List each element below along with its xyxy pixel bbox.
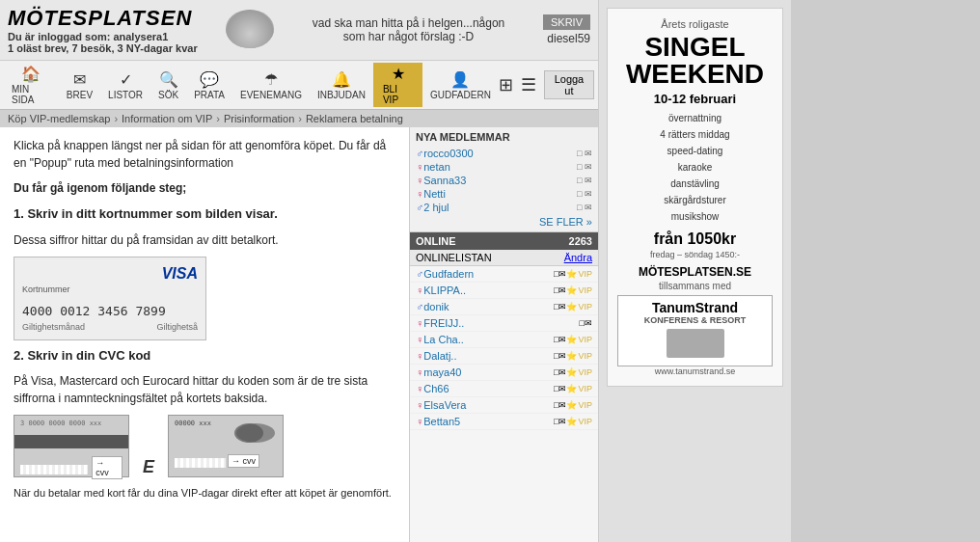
- member-row: ♀ Netti □ ✉: [416, 187, 592, 201]
- online-row: ♀ Bettan5 □✉⭐VIP: [410, 414, 598, 430]
- member-name-1[interactable]: rocco0300: [423, 148, 577, 159]
- gender-icon-f: ♀: [416, 188, 423, 200]
- ad-features: övernattning 4 rätters middag speed-dati…: [617, 110, 773, 225]
- nav-listor[interactable]: ✓ LISTOR: [100, 68, 150, 102]
- ad-logo-sub: KONFERENS & RESORT: [626, 315, 764, 325]
- ad-main-line1: SINGEL WEEKEND: [617, 34, 773, 88]
- header-message-area: vad ska man hitta på i helgen...någon so…: [303, 16, 515, 43]
- home-icon: 🏠: [21, 65, 41, 83]
- mail-icon: ✉: [73, 70, 86, 89]
- online-member-ch66[interactable]: Ch66: [423, 383, 554, 394]
- online-gender-icon: ♀: [416, 285, 423, 296]
- breadcrumb-price[interactable]: Prisinformation: [224, 113, 294, 124]
- online-member-maya40[interactable]: maya40: [423, 366, 554, 378]
- online-label: ONLINE: [416, 235, 456, 247]
- header-left: MÖTESPLATSEN Du är inloggad som: analyse…: [8, 6, 198, 54]
- online-icons: □✉⭐VIP: [554, 351, 592, 361]
- member-name-4[interactable]: Netti: [423, 188, 577, 200]
- card-expiry-month: Giltighetsmånad: [22, 322, 85, 332]
- ad-logo-name: TanumStrand: [626, 300, 764, 315]
- online-member-lacha[interactable]: La Cha..: [423, 334, 554, 345]
- online-row: ♀ Ch66 □✉⭐VIP: [410, 381, 598, 397]
- nav-prata[interactable]: 💬 PRATA: [186, 68, 232, 102]
- nav-min-sida[interactable]: 🏠 MIN SIDA: [4, 63, 59, 107]
- nav-min-sida-label: MIN SIDA: [12, 84, 51, 105]
- online-member-donik[interactable]: donik: [423, 301, 554, 312]
- nav-sok[interactable]: 🔍 SÖK: [150, 68, 186, 102]
- cvv-label-2: → cvv: [228, 454, 259, 468]
- online-row: ♀ Dalatj.. □✉⭐VIP: [410, 348, 598, 365]
- nav-gudfadern-label: GUDFADERN: [430, 90, 491, 100]
- cvc-image-area: 3 0000 0000 0000 xxx → cvv E 00000 xxx →…: [14, 415, 395, 477]
- card-expiry-year: Giltighetså: [156, 322, 198, 332]
- online-member-bettan5[interactable]: Bettan5: [423, 416, 554, 427]
- step1-title: 1. Skriv in ditt kortnummer som bilden v…: [14, 204, 395, 224]
- ad-column: Årets roligaste SINGEL WEEKEND 10-12 feb…: [598, 0, 791, 542]
- online-icons: □✉⭐VIP: [554, 285, 592, 295]
- nav-bli-vip[interactable]: ★ BLI VIP: [373, 63, 422, 107]
- username: analysera1: [113, 31, 168, 42]
- see-more-link[interactable]: SE FLER »: [416, 216, 592, 228]
- online-member-dalatj[interactable]: Dalatj..: [423, 350, 554, 362]
- online-bar: ONLINE 2263: [410, 232, 598, 250]
- vip-icon: ★: [392, 65, 405, 83]
- nav-inbjudan[interactable]: 🔔 INBJUDAN: [310, 68, 373, 102]
- gender-icon-m: ♂: [416, 202, 423, 213]
- online-icons: □✉⭐VIP: [554, 302, 592, 312]
- list-view-icon[interactable]: ☰: [521, 74, 536, 95]
- member-name-5[interactable]: 2 hjul: [423, 202, 577, 213]
- member-row: ♀ Sanna33 □ ✉: [416, 174, 592, 187]
- step1-desc: Dessa siffror hittar du på framsidan av …: [14, 231, 395, 249]
- ad-partner: tillsammans med: [617, 281, 773, 291]
- online-icons: □✉⭐VIP: [554, 367, 592, 377]
- messages-status: 1 oläst brev, 7 besök, 3 NY-dagar kvar: [8, 42, 198, 54]
- member-name-2[interactable]: netan: [423, 161, 577, 173]
- header: MÖTESPLATSEN Du är inloggad som: analyse…: [0, 0, 598, 61]
- step2-title: 2. Skriv in din CVC kod: [14, 346, 395, 366]
- breadcrumb-info[interactable]: Information om VIP: [122, 113, 212, 124]
- ad-dates: 10-12 februari: [617, 92, 773, 106]
- nav-brev-label: BREV: [67, 90, 93, 100]
- online-member-freijj[interactable]: FREIJJ..: [423, 317, 579, 329]
- member-row: ♂ 2 hjul □ ✉: [416, 201, 592, 214]
- online-icons: □✉⭐VIP: [554, 400, 592, 410]
- online-gender-icon: ♀: [416, 366, 423, 378]
- breadcrumb: Köp VIP-medlemskap › Information om VIP …: [0, 110, 598, 127]
- member-name-3[interactable]: Sanna33: [423, 175, 577, 186]
- online-edit-link[interactable]: Ändra: [564, 252, 592, 263]
- nav-brev[interactable]: ✉ BREV: [59, 68, 100, 102]
- breadcrumb-reklamera[interactable]: Reklamera betalning: [306, 113, 403, 124]
- write-button[interactable]: SKRIV: [543, 14, 590, 30]
- online-icons: □✉⭐VIP: [554, 335, 592, 344]
- online-gender-icon: ♀: [416, 416, 423, 427]
- steps-intro: Du får gå igenom följande steg;: [14, 179, 395, 197]
- member-icons-3: □ ✉: [577, 176, 592, 185]
- nav-gudfadern[interactable]: 👤 GUDFADERN: [422, 68, 499, 102]
- intro-text: Klicka på knappen längst ner på sidan fö…: [14, 137, 395, 172]
- ad-logo-image: [667, 329, 724, 358]
- grid-icon[interactable]: ⊞: [499, 74, 513, 95]
- nav-evenemang[interactable]: ☂ EVENEMANG: [232, 68, 310, 102]
- logout-button[interactable]: Logga ut: [544, 70, 594, 99]
- search-icon: 🔍: [159, 70, 178, 89]
- online-member-klippa[interactable]: KLIPPA..: [423, 285, 554, 296]
- ad-price: från 1050kr: [617, 230, 773, 248]
- member-icons-2: □ ✉: [577, 162, 592, 172]
- nav-right: ⊞ ☰ Logga ut: [499, 70, 594, 99]
- ad-logo: TanumStrand KONFERENS & RESORT: [617, 295, 773, 366]
- ad-content: Årets roligaste SINGEL WEEKEND 10-12 feb…: [607, 8, 783, 387]
- member-icons-4: □ ✉: [577, 189, 592, 199]
- online-gender-icon: ♀: [416, 350, 423, 362]
- online-row: ♀ KLIPPA.. □✉⭐VIP: [410, 283, 598, 299]
- card-number-display: 4000 0012 3456 7899: [22, 304, 198, 318]
- online-member-gudfadern[interactable]: Gudfadern: [423, 268, 554, 280]
- online-member-elsavera[interactable]: ElsaVera: [423, 399, 554, 411]
- breadcrumb-vip[interactable]: Köp VIP-medlemskap: [8, 113, 110, 124]
- main-content: Klicka på knappen längst ner på sidan fö…: [0, 127, 409, 503]
- online-gender-icon: ♂: [416, 301, 423, 312]
- header-username: diesel59: [547, 32, 590, 45]
- final-text: När du betalar med kort får du dina VIP-…: [14, 485, 395, 503]
- gender-icon-f: ♀: [416, 161, 423, 173]
- online-list-title: ONLINELISTAN: [416, 252, 492, 263]
- online-count: 2263: [569, 235, 592, 247]
